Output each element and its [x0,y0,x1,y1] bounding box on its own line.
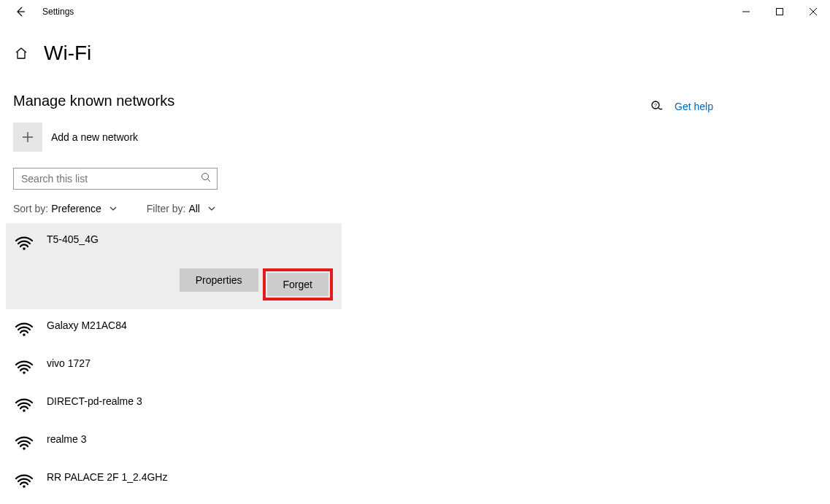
network-item[interactable]: vivo 1727 [6,347,342,385]
search-input-container[interactable] [13,168,218,190]
network-item[interactable]: RR PALACE 2F 1_2.4GHz [6,461,342,499]
network-item[interactable]: realme 3 [6,423,342,461]
wifi-icon [15,470,35,490]
svg-point-10 [23,333,26,336]
svg-line-8 [208,179,211,182]
network-item-body: realme 3 [47,432,333,445]
plus-icon [13,123,42,152]
search-icon [201,172,211,185]
properties-button[interactable]: Properties [180,268,258,292]
svg-rect-2 [777,9,783,15]
wifi-icon [15,432,35,452]
section-header: Manage known networks [13,93,356,109]
wifi-icon [15,232,35,252]
network-name: realme 3 [47,433,333,445]
home-icon[interactable] [13,45,29,61]
get-help-link[interactable]: Get help [675,101,713,112]
network-item-body: T5-405_4GPropertiesForget [47,232,333,301]
app-title: Settings [42,7,74,17]
forget-highlight: Forget [263,268,333,301]
add-network-button[interactable]: Add a new network [13,123,356,152]
forget-button[interactable]: Forget [267,273,328,296]
back-button[interactable] [13,6,28,18]
chevron-down-icon [109,205,118,212]
network-item-body: DIRECT-pd-realme 3 [47,394,333,407]
help-section[interactable]: ? Get help [651,100,713,113]
add-network-label: Add a new network [51,131,138,143]
wifi-icon [15,318,35,338]
network-name: RR PALACE 2F 1_2.4GHz [47,471,333,483]
wifi-icon [15,394,35,414]
filter-row: Sort by: Preference Filter by: All [13,203,356,214]
network-name: T5-405_4G [47,233,333,245]
network-item[interactable]: T5-405_4GPropertiesForget [6,223,342,309]
network-name: Galaxy M21AC84 [47,319,333,331]
minimize-button[interactable] [729,0,763,23]
network-name: DIRECT-pd-realme 3 [47,395,333,407]
network-item[interactable]: DIRECT-pd-realme 3 [6,385,342,423]
network-actions: PropertiesForget [47,268,333,301]
svg-point-13 [23,447,26,450]
svg-point-14 [23,485,26,488]
svg-point-7 [202,174,209,180]
filter-value: All [188,203,200,214]
page-title: Wi-Fi [44,42,91,65]
search-input[interactable] [20,172,201,185]
svg-point-9 [23,247,26,250]
sort-label: Sort by: [13,203,48,214]
svg-point-12 [23,409,26,412]
wifi-icon [15,356,35,376]
page-header: Wi-Fi [13,42,830,65]
network-item[interactable]: Galaxy M21AC84 [6,309,342,347]
svg-point-11 [23,371,26,374]
network-item-body: Galaxy M21AC84 [47,318,333,331]
close-button[interactable] [796,0,830,23]
filter-label: Filter by: [147,203,186,214]
network-item-body: RR PALACE 2F 1_2.4GHz [47,470,333,483]
sort-value: Preference [51,203,101,214]
title-bar: Settings [0,0,830,23]
svg-text:?: ? [654,103,657,108]
filter-by-dropdown[interactable]: Filter by: All [147,203,216,214]
chevron-down-icon [207,205,216,212]
help-icon: ? [651,100,664,113]
sort-by-dropdown[interactable]: Sort by: Preference [13,203,118,214]
window-controls [729,0,830,23]
network-name: vivo 1727 [47,357,333,369]
network-list: T5-405_4GPropertiesForgetGalaxy M21AC84v… [6,223,342,499]
maximize-button[interactable] [763,0,796,23]
network-item-body: vivo 1727 [47,356,333,369]
